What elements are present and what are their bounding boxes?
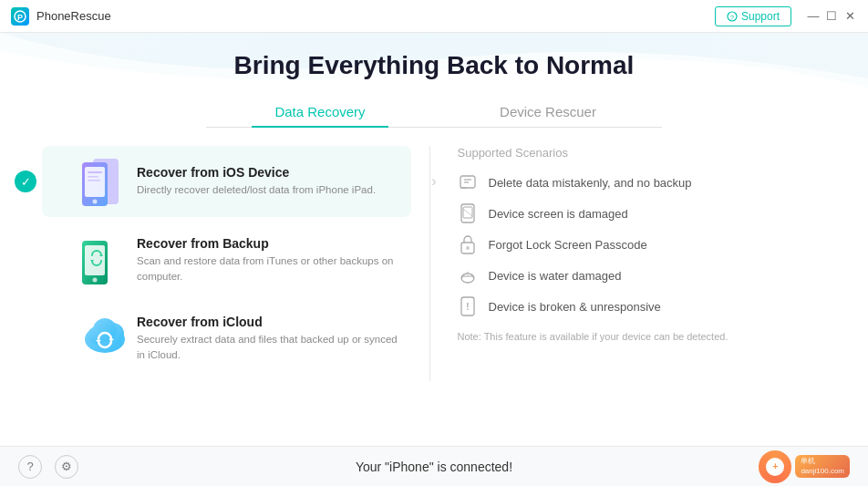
hero-title: Bring Everything Back to Normal <box>234 51 635 80</box>
status-left: ? ⚙ <box>18 455 78 479</box>
arrow-right-icon: › <box>431 173 436 190</box>
settings-button[interactable]: ⚙ <box>55 455 78 479</box>
status-bar: ? ⚙ Your "iPhone" is connected! + 单机danj… <box>0 446 868 486</box>
support-icon: ? <box>727 11 738 22</box>
ios-device-icon <box>78 155 122 208</box>
tab-data-recovery[interactable]: Data Recovery <box>206 97 434 127</box>
scenario-passcode: Forgot Lock Screen Passcode <box>458 234 827 254</box>
svg-point-15 <box>93 278 98 283</box>
main-content: Bring Everything Back to Normal Data Rec… <box>0 33 868 446</box>
watermark-circle: + <box>759 450 791 483</box>
svg-line-27 <box>463 209 472 216</box>
status-message: Your "iPhone" is connected! <box>356 460 512 474</box>
svg-text:!: ! <box>466 302 469 312</box>
app-name: PhoneRescue <box>36 9 111 23</box>
option-ios-device[interactable]: ✓ <box>42 146 411 217</box>
icloud-option-text: Recover from iCloud Securely extract dat… <box>137 315 400 361</box>
passcode-icon <box>458 234 478 254</box>
svg-text:P: P <box>17 13 23 22</box>
backup-option-text: Recover from Backup Scan and restore dat… <box>137 236 400 283</box>
tab-device-rescuer[interactable]: Device Rescuer <box>434 97 662 127</box>
scenario-broken-text: Device is broken & unresponsive <box>489 300 661 314</box>
restore-button[interactable]: ☐ <box>824 9 839 24</box>
svg-rect-8 <box>88 171 102 173</box>
svg-point-30 <box>461 274 474 283</box>
screen-icon <box>458 203 478 223</box>
svg-point-19 <box>93 318 117 342</box>
watermark-badge: 单机danji100.com <box>795 455 850 478</box>
watermark-area: + 单机danji100.com <box>759 450 850 483</box>
scenario-deleted-text: Delete data mistakenly, and no backup <box>489 176 692 190</box>
deleted-icon <box>458 172 478 192</box>
titlebar-right: ? Support — ☐ ✕ <box>715 6 857 26</box>
minimize-button[interactable]: — <box>806 9 821 24</box>
tabs-container: Data Recovery Device Rescuer <box>206 97 662 128</box>
scenario-note: Note: This feature is available if your … <box>458 329 827 345</box>
scenario-water: Device is water damaged <box>458 265 827 285</box>
water-icon <box>458 265 478 285</box>
left-column: ✓ <box>42 146 430 381</box>
status-right: + 单机danji100.com <box>759 450 850 483</box>
scenario-water-text: Device is water damaged <box>489 269 622 283</box>
scenario-screen-text: Device screen is damaged <box>489 207 628 221</box>
titlebar-left: P PhoneRescue <box>11 7 111 26</box>
svg-text:?: ? <box>730 14 734 20</box>
svg-point-29 <box>466 246 470 250</box>
icloud-icon <box>78 312 122 365</box>
selected-check-icon: ✓ <box>15 171 36 192</box>
right-column: Supported Scenarios Delete data mistaken… <box>430 146 827 381</box>
help-button[interactable]: ? <box>18 455 42 479</box>
svg-rect-6 <box>85 167 105 197</box>
svg-rect-9 <box>88 176 98 178</box>
option-icloud[interactable]: Recover from iCloud Securely extract dat… <box>42 303 411 374</box>
option-backup[interactable]: Recover from Backup Scan and restore dat… <box>42 224 411 295</box>
backup-icon <box>78 233 122 286</box>
titlebar: P PhoneRescue ? Support — ☐ ✕ <box>0 0 868 33</box>
scenario-passcode-text: Forgot Lock Screen Passcode <box>489 238 647 252</box>
broken-icon: ! <box>458 296 478 316</box>
support-button[interactable]: ? Support <box>715 6 791 26</box>
scenario-screen: Device screen is damaged <box>458 203 827 223</box>
window-controls: — ☐ ✕ <box>806 9 857 24</box>
svg-point-7 <box>93 200 98 204</box>
scenarios-title: Supported Scenarios <box>458 146 827 160</box>
scenario-deleted: Delete data mistakenly, and no backup <box>458 172 827 192</box>
app-logo: P <box>11 7 29 26</box>
content-area: ✓ <box>24 146 844 381</box>
svg-rect-10 <box>88 180 100 181</box>
close-button[interactable]: ✕ <box>842 9 857 24</box>
scenario-broken: ! Device is broken & unresponsive <box>458 296 827 316</box>
ios-option-text: Recover from iOS Device Directly recover… <box>137 165 376 197</box>
